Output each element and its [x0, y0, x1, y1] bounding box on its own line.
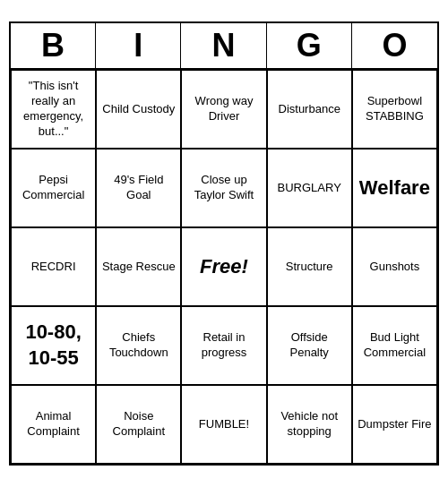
- bingo-cell-17[interactable]: Retail in progress: [181, 306, 266, 385]
- bingo-cell-3[interactable]: Disturbance: [267, 70, 352, 149]
- bingo-cell-22[interactable]: FUMBLE!: [181, 385, 266, 464]
- bingo-cell-1[interactable]: Child Custody: [96, 70, 181, 149]
- bingo-cell-15[interactable]: 10-80, 10-55: [11, 306, 96, 385]
- bingo-cell-12[interactable]: Free!: [181, 227, 266, 306]
- bingo-cell-4[interactable]: Superbowl STABBING: [352, 70, 437, 149]
- bingo-cell-0[interactable]: "This isn't really an emergency, but...": [11, 70, 96, 149]
- letter-o: O: [352, 23, 437, 68]
- bingo-cell-20[interactable]: Animal Complaint: [11, 385, 96, 464]
- bingo-cell-14[interactable]: Gunshots: [352, 227, 437, 306]
- bingo-cell-6[interactable]: 49's Field Goal: [96, 149, 181, 227]
- bingo-cell-21[interactable]: Noise Complaint: [96, 385, 181, 464]
- bingo-cell-13[interactable]: Structure: [267, 227, 352, 306]
- bingo-card: B I N G O "This isn't really an emergenc…: [9, 21, 439, 466]
- bingo-header: B I N G O: [11, 23, 437, 70]
- bingo-cell-18[interactable]: Offside Penalty: [267, 306, 352, 385]
- bingo-grid: "This isn't really an emergency, but..."…: [11, 70, 437, 464]
- bingo-cell-2[interactable]: Wrong way Driver: [181, 70, 266, 149]
- bingo-cell-19[interactable]: Bud Light Commercial: [352, 306, 437, 385]
- bingo-cell-24[interactable]: Dumpster Fire: [352, 385, 437, 464]
- letter-b: B: [11, 23, 96, 68]
- letter-n: N: [181, 23, 266, 68]
- bingo-cell-7[interactable]: Close up Taylor Swift: [181, 149, 266, 227]
- bingo-cell-10[interactable]: RECDRI: [11, 227, 96, 306]
- bingo-cell-11[interactable]: Stage Rescue: [96, 227, 181, 306]
- bingo-cell-5[interactable]: Pepsi Commercial: [11, 149, 96, 227]
- bingo-cell-16[interactable]: Chiefs Touchdown: [96, 306, 181, 385]
- letter-i: I: [96, 23, 181, 68]
- letter-g: G: [267, 23, 352, 68]
- bingo-cell-9[interactable]: Welfare: [352, 149, 437, 227]
- bingo-cell-23[interactable]: Vehicle not stopping: [267, 385, 352, 464]
- bingo-cell-8[interactable]: BURGLARY: [267, 149, 352, 227]
